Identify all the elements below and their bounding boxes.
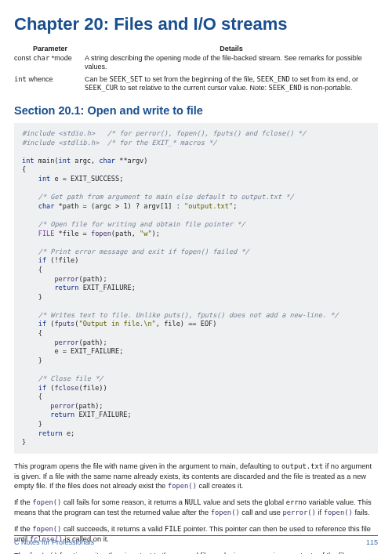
param-header: Parameter [14, 44, 85, 53]
code-block: #include <stdio.h> /* for perror(), fope… [14, 123, 378, 454]
body-paragraph: The fputs() function writes the given te… [14, 551, 378, 554]
table-row: int whence Can be SEEK_SET to set from t… [14, 74, 378, 96]
page-footer: C Notes for Professionals 115 [14, 535, 378, 546]
chapter-title: Chapter 20: Files and I/O streams [14, 14, 378, 34]
details-cell: Can be SEEK_SET to set from the beginnin… [85, 74, 378, 96]
details-cell: A string describing the opening mode of … [85, 53, 378, 74]
param-cell: const char *mode [14, 53, 85, 74]
footer-left: C Notes for Professionals [14, 538, 94, 546]
parameter-table: Parameter Details const char *mode A str… [14, 44, 378, 95]
footer-page-number: 115 [366, 538, 378, 546]
param-cell: int whence [14, 74, 85, 96]
table-row: const char *mode A string describing the… [14, 53, 378, 74]
details-header: Details [85, 44, 378, 53]
section-title: Section 20.1: Open and write to file [14, 104, 378, 117]
body-paragraph: If the fopen() call fails for some reaso… [14, 498, 378, 518]
body-paragraph: This program opens the file with name gi… [14, 462, 378, 491]
